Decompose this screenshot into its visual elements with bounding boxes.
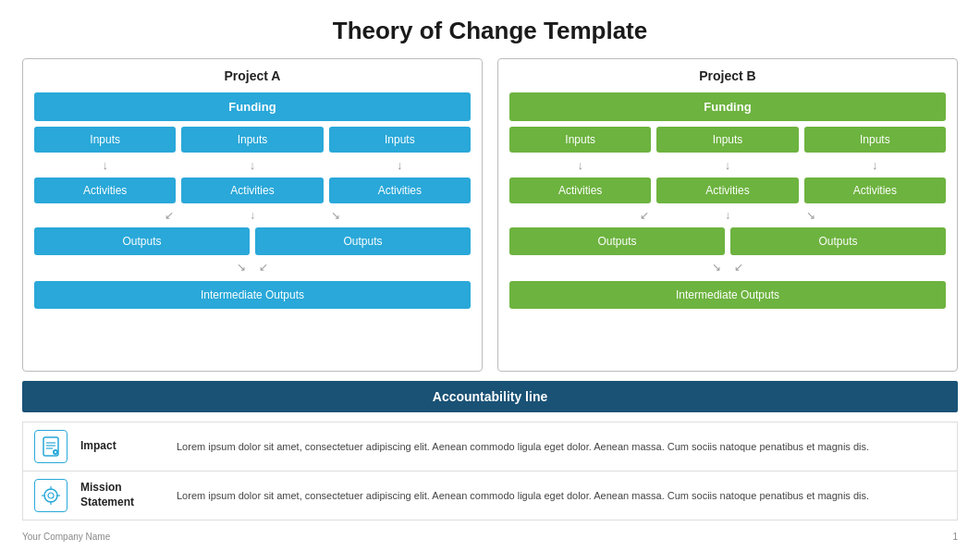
- svg-point-8: [48, 493, 54, 498]
- accountability-bar: Accountability line: [22, 381, 958, 412]
- project-b-box: Project B Funding Inputs Inputs Inputs ↓…: [497, 58, 958, 372]
- project-b-outputs-row: Outputs Outputs: [509, 227, 946, 255]
- page-title: Theory of Change Template: [22, 17, 958, 45]
- footer: Your Company Name 1: [22, 530, 958, 542]
- bottom-section: Impact Lorem ipsum dolor sit amet, conse…: [22, 422, 958, 520]
- mission-text: Lorem ipsum dolor sit amet, consectetuer…: [177, 488, 946, 504]
- project-b-funding: Funding: [509, 92, 946, 121]
- project-a-outputs-row: Outputs Outputs: [34, 227, 471, 255]
- project-b-activity-1: Activities: [509, 178, 651, 203]
- project-b-activity-arrows: ↙ ↓ ↘: [509, 209, 946, 222]
- project-b-title: Project B: [509, 68, 946, 83]
- project-b-activities-row: Activities Activities Activities: [509, 178, 946, 203]
- project-a-input-1: Inputs: [34, 127, 176, 153]
- project-a-activity-1: Activities: [34, 178, 176, 203]
- impact-icon: [34, 430, 67, 463]
- project-a-output-arrows: ↘ ↙: [34, 261, 471, 274]
- mission-row: Mission Statement Lorem ipsum dolor sit …: [23, 471, 957, 520]
- project-b-input-1: Inputs: [509, 127, 651, 153]
- footer-page-number: 1: [952, 532, 958, 542]
- page-container: Theory of Change Template Project A Fund…: [0, 0, 980, 551]
- project-a-activities-row: Activities Activities Activities: [34, 178, 471, 203]
- project-b-input-arrows: ↓ ↓ ↓: [509, 158, 946, 172]
- project-a-activity-arrows: ↙ ↓ ↘: [34, 209, 471, 222]
- project-b-activity-3: Activities: [804, 178, 946, 203]
- project-a-inputs-row: Inputs Inputs Inputs: [34, 127, 471, 153]
- project-b-input-3: Inputs: [804, 127, 946, 153]
- project-b-inputs-row: Inputs Inputs Inputs: [509, 127, 946, 153]
- project-a-activity-3: Activities: [329, 178, 471, 203]
- project-b-output-arrows: ↘ ↙: [509, 261, 946, 274]
- project-a-input-arrows: ↓ ↓ ↓: [34, 158, 471, 172]
- project-a-output-1: Outputs: [34, 227, 250, 255]
- project-a-activity-2: Activities: [181, 178, 323, 203]
- impact-text: Lorem ipsum dolor sit amet, consectetuer…: [177, 439, 946, 455]
- impact-row: Impact Lorem ipsum dolor sit amet, conse…: [23, 422, 957, 471]
- impact-label: Impact: [80, 439, 164, 454]
- project-a-input-3: Inputs: [329, 127, 471, 153]
- project-b-input-2: Inputs: [656, 127, 798, 153]
- project-a-intermediate: Intermediate Outputs: [34, 281, 471, 309]
- project-a-title: Project A: [34, 68, 471, 83]
- project-b-output-2: Outputs: [730, 227, 946, 255]
- project-b-output-1: Outputs: [509, 227, 725, 255]
- projects-row: Project A Funding Inputs Inputs Inputs ↓…: [22, 58, 958, 372]
- project-a-funding: Funding: [34, 92, 471, 121]
- footer-company: Your Company Name: [22, 532, 110, 542]
- project-a-box: Project A Funding Inputs Inputs Inputs ↓…: [22, 58, 483, 372]
- project-a-input-2: Inputs: [181, 127, 323, 153]
- project-b-intermediate: Intermediate Outputs: [509, 281, 946, 309]
- mission-label: Mission Statement: [80, 481, 164, 509]
- svg-point-7: [44, 489, 57, 502]
- project-b-activity-2: Activities: [656, 178, 798, 203]
- project-a-output-2: Outputs: [255, 227, 471, 255]
- mission-icon: [34, 479, 67, 512]
